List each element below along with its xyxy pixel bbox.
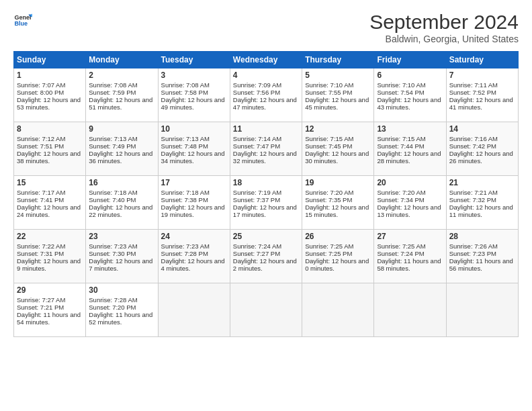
day-16: 16 Sunrise: 7:18 AMSunset: 7:40 PMDaylig… [86,176,158,230]
empty-cell-4 [374,283,446,337]
day-number: 17 [161,178,227,187]
header: General Blue September 2024 Baldwin, Geo… [13,11,519,44]
header-thursday: Thursday [302,52,374,68]
day-number: 9 [89,124,154,134]
weekday-header-row: Sunday Monday Tuesday Wednesday Thursday… [14,52,519,68]
day-25: 25 Sunrise: 7:24 AMSunset: 7:27 PMDaylig… [230,230,302,283]
header-friday: Friday [374,52,446,68]
day-number: 16 [89,178,154,187]
day-number: 12 [305,124,371,134]
day-30: 30 Sunrise: 7:28 AMSunset: 7:20 PMDaylig… [86,283,158,337]
day-number: 10 [161,124,227,134]
calendar-table: Sunday Monday Tuesday Wednesday Thursday… [13,51,519,337]
week-row-1: 1 Sunrise: 7:07 AMSunset: 8:00 PMDayligh… [14,68,519,122]
header-sunday: Sunday [14,52,86,68]
day-28: 28 Sunrise: 7:26 AMSunset: 7:23 PMDaylig… [446,230,518,283]
day-number: 28 [449,232,515,241]
day-22: 22 Sunrise: 7:22 AMSunset: 7:31 PMDaylig… [14,230,86,283]
day-14: 14 Sunrise: 7:16 AMSunset: 7:42 PMDaylig… [446,122,518,176]
day-19: 19 Sunrise: 7:20 AMSunset: 7:35 PMDaylig… [302,176,374,230]
day-number: 15 [17,178,83,187]
day-13: 13 Sunrise: 7:15 AMSunset: 7:44 PMDaylig… [374,122,446,176]
day-3: 3 Sunrise: 7:08 AMSunset: 7:58 PMDayligh… [158,68,230,122]
day-8: 8 Sunrise: 7:12 AMSunset: 7:51 PMDayligh… [14,122,86,176]
svg-text:Blue: Blue [14,20,28,27]
header-monday: Monday [86,52,158,68]
day-number: 5 [305,71,371,80]
day-12: 12 Sunrise: 7:15 AMSunset: 7:45 PMDaylig… [302,122,374,176]
day-number: 3 [161,71,227,80]
day-18: 18 Sunrise: 7:19 AMSunset: 7:37 PMDaylig… [230,176,302,230]
day-1: 1 Sunrise: 7:07 AMSunset: 8:00 PMDayligh… [14,68,86,122]
day-number: 6 [377,71,443,80]
day-9: 9 Sunrise: 7:13 AMSunset: 7:49 PMDayligh… [86,122,158,176]
day-number: 21 [449,178,515,187]
location-subtitle: Baldwin, Georgia, United States [369,34,519,44]
day-24: 24 Sunrise: 7:23 AMSunset: 7:28 PMDaylig… [158,230,230,283]
empty-cell-3 [302,283,374,337]
day-number: 26 [305,232,371,241]
empty-cell-5 [446,283,518,337]
day-number: 25 [233,232,299,241]
day-number: 14 [449,124,515,134]
day-6: 6 Sunrise: 7:10 AMSunset: 7:54 PMDayligh… [374,68,446,122]
day-number: 23 [89,232,154,241]
empty-cell-2 [230,283,302,337]
day-20: 20 Sunrise: 7:20 AMSunset: 7:34 PMDaylig… [374,176,446,230]
empty-cell-1 [158,283,230,337]
day-number: 22 [17,232,83,241]
title-area: September 2024 Baldwin, Georgia, United … [369,11,519,44]
day-21: 21 Sunrise: 7:21 AMSunset: 7:32 PMDaylig… [446,176,518,230]
week-row-4: 22 Sunrise: 7:22 AMSunset: 7:31 PMDaylig… [14,230,519,283]
header-tuesday: Tuesday [158,52,230,68]
day-number: 2 [89,71,154,80]
week-row-3: 15 Sunrise: 7:17 AMSunset: 7:41 PMDaylig… [14,176,519,230]
day-number: 11 [233,124,299,134]
month-title: September 2024 [369,11,519,34]
day-number: 4 [233,71,299,80]
day-2: 2 Sunrise: 7:08 AMSunset: 7:59 PMDayligh… [86,68,158,122]
day-number: 30 [89,285,154,295]
day-27: 27 Sunrise: 7:25 AMSunset: 7:24 PMDaylig… [374,230,446,283]
day-5: 5 Sunrise: 7:10 AMSunset: 7:55 PMDayligh… [302,68,374,122]
day-4: 4 Sunrise: 7:09 AMSunset: 7:56 PMDayligh… [230,68,302,122]
day-number: 1 [17,71,83,80]
day-17: 17 Sunrise: 7:18 AMSunset: 7:38 PMDaylig… [158,176,230,230]
day-number: 13 [377,124,443,134]
day-number: 18 [233,178,299,187]
week-row-5: 29 Sunrise: 7:27 AMSunset: 7:21 PMDaylig… [14,283,519,337]
day-number: 24 [161,232,227,241]
day-number: 20 [377,178,443,187]
logo: General Blue [13,11,32,30]
page: General Blue September 2024 Baldwin, Geo… [0,0,532,344]
day-10: 10 Sunrise: 7:13 AMSunset: 7:48 PMDaylig… [158,122,230,176]
header-wednesday: Wednesday [230,52,302,68]
day-11: 11 Sunrise: 7:14 AMSunset: 7:47 PMDaylig… [230,122,302,176]
day-26: 26 Sunrise: 7:25 AMSunset: 7:25 PMDaylig… [302,230,374,283]
day-number: 27 [377,232,443,241]
day-number: 19 [305,178,371,187]
day-15: 15 Sunrise: 7:17 AMSunset: 7:41 PMDaylig… [14,176,86,230]
day-number: 8 [17,124,83,134]
day-number: 7 [449,71,515,80]
week-row-2: 8 Sunrise: 7:12 AMSunset: 7:51 PMDayligh… [14,122,519,176]
day-number: 29 [17,285,83,295]
day-7: 7 Sunrise: 7:11 AMSunset: 7:52 PMDayligh… [446,68,518,122]
day-23: 23 Sunrise: 7:23 AMSunset: 7:30 PMDaylig… [86,230,158,283]
header-saturday: Saturday [446,52,518,68]
day-29: 29 Sunrise: 7:27 AMSunset: 7:21 PMDaylig… [14,283,86,337]
logo-icon: General Blue [13,11,32,30]
